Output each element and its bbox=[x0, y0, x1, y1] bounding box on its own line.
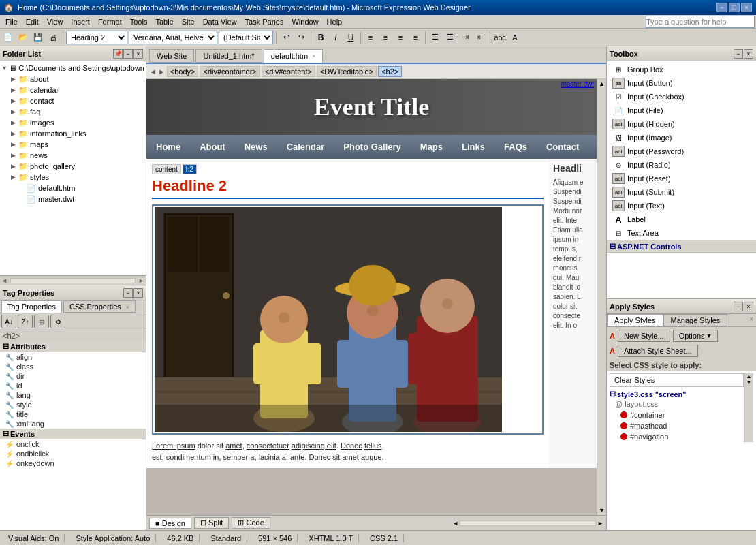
tag-props-minimize[interactable]: − bbox=[123, 288, 133, 298]
folder-photo-gallery[interactable]: ▶ 📁 photo_gallery bbox=[0, 161, 146, 172]
apply-styles-controls[interactable]: − × bbox=[734, 302, 753, 311]
toolbox-input-hidden[interactable]: abl Input (Hidden) bbox=[607, 117, 756, 131]
view-code-tab[interactable]: ⊞ Code bbox=[232, 517, 270, 529]
toolbox-textarea[interactable]: ⊟ Text Area bbox=[607, 226, 756, 240]
breadcrumb-container[interactable]: <div#container> bbox=[200, 66, 259, 77]
apply-styles-minimize[interactable]: − bbox=[734, 302, 743, 311]
maximize-button[interactable]: □ bbox=[729, 3, 740, 12]
toolbox-input-checkbox[interactable]: ☑ Input (Checkbox) bbox=[607, 90, 756, 104]
justify-button[interactable]: ≡ bbox=[409, 31, 422, 44]
root-folder-item[interactable]: ▼ 🖥 C:\Documents and Settings\uptodown bbox=[0, 63, 146, 74]
tab-web-site[interactable]: Web Site bbox=[149, 49, 194, 63]
asp-controls-section[interactable]: ⊟ ASP.NET Controls bbox=[607, 240, 756, 253]
toolbox-close[interactable]: × bbox=[744, 49, 753, 59]
nav-links[interactable]: Links bbox=[452, 135, 494, 159]
font-select[interactable]: Verdana, Arial, Helvetica, s bbox=[129, 31, 217, 44]
folder-information-links[interactable]: ▶ 📁 information_links bbox=[0, 128, 146, 139]
tab-close-icon[interactable]: × bbox=[312, 52, 315, 59]
toolbox-minimize[interactable]: − bbox=[734, 49, 743, 59]
toolbox-input-reset[interactable]: abl Input (Reset) bbox=[607, 172, 756, 185]
toolbox-input-file[interactable]: 📄 Input (File) bbox=[607, 104, 756, 117]
toolbox-label[interactable]: A Label bbox=[607, 213, 756, 226]
master-dwt-link[interactable]: master.dwt bbox=[561, 80, 594, 88]
view-design-tab[interactable]: ■ Design bbox=[149, 518, 191, 529]
toolbox-input-submit[interactable]: abl Input (Submit) bbox=[607, 185, 756, 199]
toolbox-input-password[interactable]: abl Input (Password) bbox=[607, 144, 756, 158]
spell-button[interactable]: abc bbox=[493, 31, 507, 44]
tab-apply-styles[interactable]: Apply Styles bbox=[607, 314, 663, 326]
nav-maps[interactable]: Maps bbox=[411, 135, 452, 159]
open-button[interactable]: 📂 bbox=[16, 31, 30, 44]
folder-calendar[interactable]: ▶ 📁 calendar bbox=[0, 84, 146, 95]
breadcrumb-editable[interactable]: <DWT:editable> bbox=[317, 66, 377, 77]
list-ol-button[interactable]: ☰ bbox=[443, 31, 457, 44]
outdent-button[interactable]: ⇤ bbox=[473, 31, 487, 44]
apply-styles-close[interactable]: × bbox=[744, 302, 753, 311]
css-container-item[interactable]: #container bbox=[610, 409, 744, 420]
folder-about[interactable]: ▶ 📁 about bbox=[0, 74, 146, 84]
scroll-left-icon[interactable]: ◄ bbox=[452, 520, 458, 527]
layout-css-subsection[interactable]: @ layout.css bbox=[615, 400, 744, 408]
consectetuer-link[interactable]: consectetuer bbox=[247, 441, 289, 450]
donec2-link[interactable]: Donec bbox=[309, 453, 331, 461]
menu-view[interactable]: View bbox=[43, 16, 67, 27]
menu-task-panes[interactable]: Task Panes bbox=[241, 16, 288, 27]
folder-list-close[interactable]: × bbox=[133, 49, 143, 59]
toolbox-input-radio[interactable]: ⊙ Input (Radio) bbox=[607, 158, 756, 172]
align-center-button[interactable]: ≡ bbox=[379, 31, 392, 44]
breadcrumb-nav-left[interactable]: ◄ bbox=[149, 67, 157, 76]
toolbox-group-box[interactable]: ⊞ Group Box bbox=[607, 63, 756, 76]
folder-list-minimize[interactable]: − bbox=[123, 49, 133, 59]
css-file-section[interactable]: ⊟ style3.css "screen" bbox=[610, 390, 744, 399]
help-search-input[interactable] bbox=[646, 16, 755, 28]
grid-button[interactable]: ⊞ bbox=[34, 315, 49, 328]
close-button[interactable]: × bbox=[741, 3, 752, 12]
size-select[interactable]: (Default Size) bbox=[219, 31, 273, 44]
events-section-header[interactable]: ⊟ Events bbox=[0, 429, 146, 439]
css-masthead-item[interactable]: #masthead bbox=[610, 420, 744, 431]
options-button[interactable]: Options ▼ bbox=[673, 330, 719, 342]
folder-list-pin[interactable]: 📌 bbox=[113, 49, 123, 59]
tab-untitled[interactable]: Untitled_1.htm* bbox=[195, 49, 262, 63]
underline-button[interactable]: U bbox=[344, 31, 358, 44]
tag-properties-controls[interactable]: − × bbox=[123, 288, 143, 298]
print-button[interactable]: 🖨 bbox=[46, 31, 60, 44]
menu-table[interactable]: Table bbox=[151, 16, 177, 27]
redo-button[interactable]: ↪ bbox=[294, 31, 308, 44]
attributes-section-header[interactable]: ⊟ Attributes bbox=[0, 341, 146, 352]
sort-alpha-button[interactable]: A↓ bbox=[1, 315, 16, 328]
nav-news[interactable]: News bbox=[235, 135, 277, 159]
undo-button[interactable]: ↩ bbox=[279, 31, 293, 44]
new-button[interactable]: 📄 bbox=[1, 31, 15, 44]
lorem-ipsum-link[interactable]: Lorem ipsum bbox=[152, 441, 195, 450]
sort-alpha-desc-button[interactable]: Z↑ bbox=[18, 315, 33, 328]
style-select[interactable]: Heading 2 bbox=[66, 31, 127, 44]
scroll-right-icon[interactable]: ► bbox=[597, 520, 603, 527]
bold-button[interactable]: B bbox=[314, 31, 328, 44]
lacinia-link[interactable]: lacinia bbox=[259, 453, 280, 461]
nav-home[interactable]: Home bbox=[146, 135, 190, 159]
menu-window[interactable]: Window bbox=[287, 16, 322, 27]
folder-scrollbar[interactable]: ◄ ► bbox=[0, 275, 146, 285]
file-default-htm[interactable]: 📄 default.htm bbox=[0, 183, 146, 193]
menu-data-view[interactable]: Data View bbox=[199, 16, 241, 27]
folder-images[interactable]: ▶ 📁 images bbox=[0, 117, 146, 128]
clear-styles-item[interactable]: Clear Styles bbox=[610, 373, 744, 387]
nav-calendar[interactable]: Calendar bbox=[277, 135, 334, 159]
new-style-button[interactable]: New Style... bbox=[618, 330, 670, 342]
css-navigation-item[interactable]: #navigation bbox=[610, 431, 744, 442]
nav-contact[interactable]: Contact bbox=[537, 135, 588, 159]
menu-tools[interactable]: Tools bbox=[126, 16, 152, 27]
minimize-button[interactable]: − bbox=[716, 3, 727, 12]
amet2-link[interactable]: amet bbox=[342, 453, 358, 461]
toolbox-input-image[interactable]: 🖼 Input (Image) bbox=[607, 131, 756, 144]
nav-faqs[interactable]: FAQs bbox=[494, 135, 537, 159]
settings-button[interactable]: ⚙ bbox=[50, 315, 65, 328]
tab-default-htm[interactable]: default.htm × bbox=[264, 49, 324, 63]
toolbox-input-text[interactable]: abl Input (Text) bbox=[607, 199, 756, 213]
tab-tag-properties[interactable]: Tag Properties bbox=[1, 300, 62, 313]
tellus-link[interactable]: tellus bbox=[364, 441, 382, 450]
tab-manage-styles[interactable]: Manage Styles bbox=[663, 314, 728, 326]
amet-link[interactable]: amet bbox=[225, 441, 242, 450]
font-color-button[interactable]: A bbox=[508, 31, 522, 44]
